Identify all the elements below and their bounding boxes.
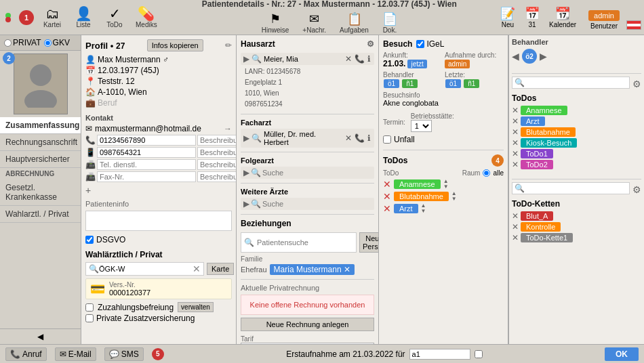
edit-profile-icon[interactable]: ✏	[225, 41, 232, 50]
arzt-down[interactable]: ▼	[421, 209, 426, 214]
sidebar-item-zusammenfassung[interactable]: Zusammenfassung	[0, 117, 81, 134]
neue-rechnung-button[interactable]: Neue Rechnung anlegen	[241, 318, 374, 331]
tel-dienstl-input[interactable]	[97, 159, 196, 170]
todo-remove-blutabnahme[interactable]: ✕	[383, 191, 391, 202]
add-contact-button[interactable]: +	[85, 185, 91, 196]
vers-number: 0000120377	[109, 289, 150, 297]
hausarzt-phone-button[interactable]: 📞	[354, 54, 365, 64]
facharzt-info-button[interactable]: ℹ	[367, 133, 371, 143]
right-divider-2	[512, 179, 641, 179]
person-tag-close-icon[interactable]: ✕	[344, 265, 350, 274]
phone2-desc[interactable]	[197, 147, 237, 158]
phone2-input[interactable]	[97, 147, 196, 158]
verwalten-button[interactable]: verwalten	[178, 302, 214, 312]
hausarzt-remove-button[interactable]: ✕	[344, 54, 353, 64]
alle-radio[interactable]	[483, 169, 490, 177]
erstaufnahme-input[interactable]	[409, 349, 470, 360]
right-todo-kiosk-close[interactable]: ✕	[512, 138, 519, 148]
facharzt-phone-button[interactable]: 📞	[354, 133, 365, 143]
zuzahlung-checkbox[interactable]	[85, 303, 94, 312]
gkv-radio[interactable]	[44, 39, 52, 47]
neu-button[interactable]: 📝 Neu	[498, 5, 518, 30]
gkv-option[interactable]: GKV	[44, 38, 70, 47]
hinweise-button[interactable]: ⚑ Hinweise	[258, 10, 294, 35]
email-forward-icon[interactable]: →	[224, 124, 232, 133]
ketten-todo-kette1-close[interactable]: ✕	[512, 233, 519, 242]
dsgvo-checkbox[interactable]	[85, 236, 94, 244]
phone1-desc[interactable]	[197, 135, 237, 146]
right-todo-blutabnahme-close[interactable]: ✕	[512, 127, 519, 137]
kartei-button[interactable]: 🗂 Kartei	[38, 5, 66, 30]
blutabnahme-down[interactable]: ▼	[451, 196, 457, 202]
ketten-settings-button[interactable]: ⚙	[632, 184, 641, 195]
fax-row: 📠	[85, 171, 232, 182]
igel-checkbox[interactable]	[416, 40, 424, 48]
mediks-button[interactable]: 💊 Mediks	[132, 5, 161, 30]
folgearzt-search-input[interactable]	[262, 169, 371, 177]
behandler-nav-right[interactable]: ▶	[540, 51, 547, 62]
hausarzt-info-button[interactable]: ℹ	[367, 54, 371, 64]
privat-radio[interactable]	[4, 39, 12, 47]
right-todo-todo2-close[interactable]: ✕	[512, 160, 519, 169]
betriebsstaette-select[interactable]: 1	[411, 120, 432, 132]
right-todo-todo1-close[interactable]: ✕	[512, 149, 519, 158]
unfall-checkbox[interactable]	[383, 135, 391, 144]
ketten-search-input[interactable]	[525, 184, 627, 192]
sms-button[interactable]: 💬 SMS	[104, 347, 144, 361]
tarif-label: Tarif	[241, 335, 374, 343]
svg-point-0	[30, 64, 52, 86]
ketten-blut-close[interactable]: ✕	[512, 211, 519, 221]
kontakt-section-title: Kontakt	[85, 114, 232, 122]
ketten-kontrolle-close[interactable]: ✕	[512, 222, 519, 232]
anamnese-down[interactable]: ▼	[443, 184, 449, 190]
copy-info-button[interactable]: Infos kopieren	[147, 39, 203, 51]
erstaufnahme-checkbox[interactable]	[475, 350, 483, 358]
nachr-button[interactable]: ✉ +Nachr.	[298, 10, 330, 35]
aufgaben-button[interactable]: 📋 Aufgaben	[336, 10, 373, 35]
todo-remove-arzt[interactable]: ✕	[383, 203, 391, 214]
right-todo-anamnese-close[interactable]: ✕	[512, 106, 519, 115]
calendar31-button[interactable]: 📅 31	[522, 5, 542, 30]
todos-search-input[interactable]	[525, 79, 627, 87]
patient-name: Max Mustermann ♂	[98, 55, 169, 64]
kalender-button[interactable]: 📆 Kalender	[546, 5, 579, 30]
patientensuche-input[interactable]	[254, 237, 353, 248]
private-zusatz-checkbox[interactable]	[85, 314, 94, 322]
email-button[interactable]: ✉ E-Mail	[55, 347, 96, 361]
patienteninfo-field[interactable]	[85, 211, 232, 231]
weitere-arrow-icon: ▶	[243, 199, 249, 209]
todo-remove-anamnese[interactable]: ✕	[383, 179, 391, 190]
privat-option[interactable]: PRIVAT	[4, 38, 41, 47]
wahlaerztlich-search-input[interactable]	[99, 265, 193, 273]
todo-button[interactable]: ✓ ToDo	[100, 5, 129, 30]
todos-settings-button[interactable]: ⚙	[632, 79, 641, 89]
sidebar-item-hauptversicherter[interactable]: Hauptversicherter	[0, 151, 81, 168]
facharzt-remove-button[interactable]: ✕	[344, 133, 353, 143]
fax-input[interactable]	[97, 171, 196, 182]
fax-desc[interactable]	[197, 171, 237, 182]
weitere-search-input[interactable]	[262, 200, 371, 208]
right-todo-badge-todo1: ToDo1	[521, 149, 553, 158]
dok-button[interactable]: 📄 Dok.	[378, 10, 401, 35]
neue-person-button[interactable]: Neue Person	[359, 232, 379, 253]
liste-button[interactable]: 👤 Liste	[69, 5, 98, 30]
hausarzt-settings-icon[interactable]: ⚙	[367, 39, 374, 49]
sidebar-item-rechnungsanschrift[interactable]: Rechnungsanschrift	[0, 134, 81, 151]
ok-button[interactable]: OK	[605, 347, 639, 361]
karte-button[interactable]: Karte	[207, 263, 234, 275]
admin-badge[interactable]: admin	[588, 10, 620, 21]
behandler-nav-left[interactable]: ◀	[512, 51, 519, 62]
sidebar-item-wahlärztlich[interactable]: Wahlarztl. / Privat	[0, 206, 81, 223]
aufgaben-label: Aufgaben	[340, 26, 369, 34]
jetzt-button[interactable]: jetzt	[407, 60, 426, 68]
tel-dienstl-desc[interactable]	[197, 159, 237, 170]
email-label: E-Mail	[68, 349, 92, 359]
profile-address-row: 📍 Teststr. 12	[85, 76, 232, 87]
wahlaerztlich-clear-icon[interactable]: ✕	[193, 263, 201, 274]
nav-items: Zusammenfassung Rechnungsanschrift Haupt…	[0, 117, 81, 328]
anruf-button[interactable]: 📞 Anruf	[5, 347, 47, 361]
sidebar-item-gesetzl[interactable]: Gesetzl. Krankenkasse	[0, 179, 81, 206]
phone1-input[interactable]	[97, 135, 196, 146]
right-todo-arzt-close[interactable]: ✕	[512, 116, 519, 126]
sidebar-collapse-button[interactable]: ◀	[0, 328, 81, 344]
